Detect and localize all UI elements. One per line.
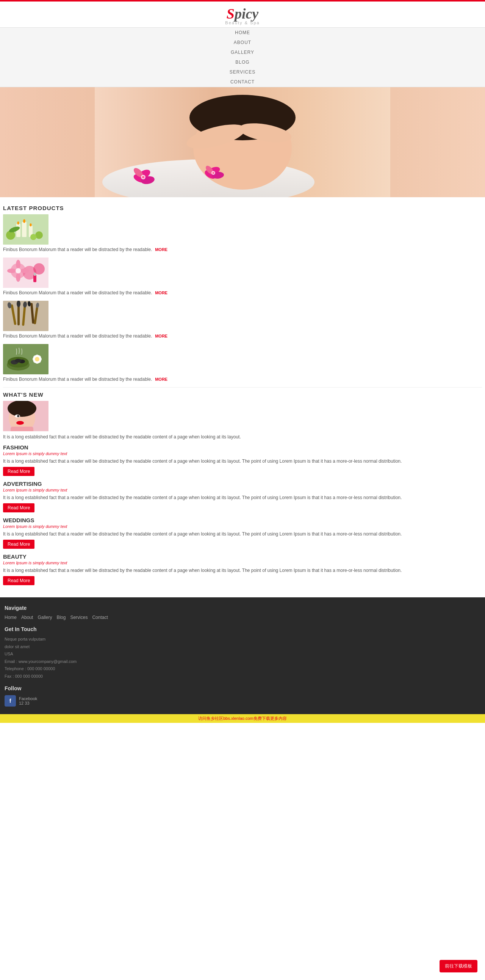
address-line2: dolor sit amet: [5, 644, 480, 650]
product-desc-2: Finibus Bonorum Malorum that a reader wi…: [3, 290, 152, 296]
blog-item-3: WEDDINGSLorem Ipsum is simply dummy text…: [3, 517, 482, 549]
footer-contact-title: Get In Touch: [5, 626, 480, 632]
main-nav: HOMEABOUTGALLERYBLOGSERVICESCONTACT: [0, 27, 485, 87]
product-desc-1: Finibus Bonorum Malorum that a reader wi…: [3, 247, 152, 252]
watermark-text: 访问鱼乡社区bbs.xlenlao.com免费下载更多内容: [198, 716, 287, 721]
blog-item-4: BEAUTYLorem Ipsum is simply dummy textIt…: [3, 553, 482, 585]
svg-point-23: [30, 223, 32, 226]
product-desc-3: Finibus Bonorum Malorum that a reader wi…: [3, 333, 152, 339]
svg-point-33: [16, 260, 21, 269]
product-image-4: [3, 344, 49, 374]
svg-point-26: [35, 231, 43, 239]
blog-desc-2: It is a long established fact that a rea…: [3, 494, 482, 501]
read-more-btn-4[interactable]: Read More: [3, 576, 35, 585]
read-more-btn-2[interactable]: Read More: [3, 503, 35, 512]
blog-desc-3: It is a long established fact that a rea…: [3, 531, 482, 538]
nav-list: HOMEABOUTGALLERYBLOGSERVICESCONTACT: [0, 28, 485, 87]
svg-point-61: [35, 357, 40, 361]
product-more-2[interactable]: MORE: [155, 291, 168, 295]
watermark: 访问鱼乡社区bbs.xlenlao.com免费下载更多内容: [0, 714, 485, 723]
product-item-4: Finibus Bonorum Malorum that a reader wi…: [3, 344, 482, 382]
svg-point-67: [17, 415, 19, 417]
nav-item: BLOG: [235, 57, 249, 67]
blog-title-3: WEDDINGS: [3, 517, 482, 523]
footer-nav-link[interactable]: Services: [70, 615, 87, 620]
footer-nav-link[interactable]: Gallery: [38, 615, 52, 620]
svg-rect-19: [22, 222, 27, 237]
svg-point-65: [16, 421, 24, 425]
facebook-icon[interactable]: f: [5, 695, 16, 706]
header: Spicy Beauty & Spa: [0, 2, 485, 27]
svg-point-22: [23, 219, 25, 223]
footer-nav-link[interactable]: Blog: [57, 615, 65, 620]
whats-new-description: It is a long established fact that a rea…: [3, 433, 482, 440]
svg-point-17: [212, 172, 214, 174]
nav-link[interactable]: HOME: [235, 28, 250, 38]
whats-new-svg: [3, 401, 49, 431]
svg-point-24: [17, 221, 19, 224]
svg-point-11: [142, 176, 144, 178]
spa-svg: [3, 344, 49, 374]
product-more-3[interactable]: MORE: [155, 334, 168, 338]
product-item-1: Finibus Bonorum Malorum that a reader wi…: [3, 214, 482, 252]
blog-items: FASHIONLorem Ipsum is simply dummy textI…: [3, 444, 482, 585]
footer-contact-info: Neque porta vulputam dolor sit amet USA …: [5, 636, 480, 679]
nav-link[interactable]: ABOUT: [234, 38, 251, 48]
footer-navigate-title: Navigate: [5, 605, 480, 611]
footer-follow-title: Follow: [5, 685, 480, 691]
product-more-1[interactable]: MORE: [155, 247, 168, 252]
svg-point-56: [15, 359, 22, 363]
address-line3: USA: [5, 651, 480, 657]
footer-email: Email : www.yourcompany@gmail.com: [5, 659, 480, 665]
blog-subtitle-2: Lorem Ipsum is simply dummy text: [3, 488, 482, 492]
latest-products-title: LATEST PRODUCTS: [3, 205, 482, 211]
blog-title-4: BEAUTY: [3, 553, 482, 560]
makeup-svg: [3, 258, 49, 288]
whats-new-image: [3, 401, 49, 431]
blog-subtitle-1: Lorem Ipsum is simply dummy text: [3, 451, 482, 456]
product-image-3: [3, 301, 49, 331]
footer-nav-link[interactable]: About: [21, 615, 33, 620]
nav-link[interactable]: BLOG: [235, 57, 249, 67]
whats-new-title: WHAT'S NEW: [3, 391, 482, 398]
nav-link[interactable]: GALLERY: [231, 48, 254, 57]
facebook-box: f Facebook 12 33: [5, 695, 480, 706]
svg-rect-68: [11, 427, 33, 431]
blog-item-1: FASHIONLorem Ipsum is simply dummy textI…: [3, 444, 482, 476]
product-image-2: [3, 258, 49, 288]
product-image-1: [3, 214, 49, 245]
nav-link[interactable]: SERVICES: [230, 67, 255, 77]
read-more-btn-1[interactable]: Read More: [3, 467, 35, 476]
read-more-btn-3[interactable]: Read More: [3, 540, 35, 549]
blog-desc-1: It is a long established fact that a rea…: [3, 458, 482, 465]
footer-nav-link[interactable]: Contact: [92, 615, 108, 620]
nav-link[interactable]: CONTACT: [230, 77, 255, 87]
svg-point-37: [16, 268, 21, 274]
footer-nav: HomeAboutGalleryBlogServicesContact: [5, 615, 480, 620]
hero-svg: [0, 87, 485, 197]
nav-item: SERVICES: [230, 67, 255, 77]
logo-subtitle: Beauty & Spa: [0, 21, 485, 25]
svg-point-64: [8, 401, 36, 417]
main-content: LATEST PRODUCTS Finibus Bonoru: [0, 197, 485, 593]
blog-subtitle-3: Lorem Ipsum is simply dummy text: [3, 524, 482, 529]
hero-image: [0, 87, 485, 197]
blog-title-1: FASHION: [3, 444, 482, 450]
footer-fax: Fax : 000 000 00000: [5, 673, 480, 679]
footer-follow: Follow f Facebook 12 33: [5, 685, 480, 706]
facebook-info: Facebook 12 33: [19, 696, 37, 705]
facebook-label: Facebook: [19, 696, 37, 701]
nav-item: GALLERY: [231, 48, 254, 57]
footer: Navigate HomeAboutGalleryBlogServicesCon…: [0, 597, 485, 714]
address-line1: Neque porta vulputam: [5, 636, 480, 643]
footer-nav-link[interactable]: Home: [5, 615, 17, 620]
divider-1: [3, 387, 482, 388]
product-more-4[interactable]: MORE: [155, 377, 168, 382]
svg-rect-39: [34, 273, 36, 276]
logo-text: picy: [235, 6, 258, 22]
product-item-2: Finibus Bonorum Malorum that a reader wi…: [3, 258, 482, 296]
facebook-count: 12 33: [19, 701, 37, 705]
svg-point-36: [20, 269, 29, 273]
nav-item: ABOUT: [234, 38, 251, 48]
nav-item: CONTACT: [230, 77, 255, 87]
